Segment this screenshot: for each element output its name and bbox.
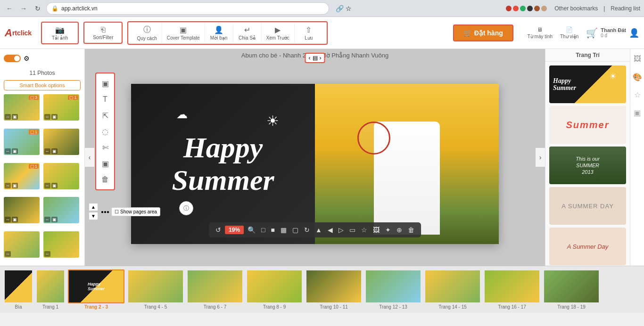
scissors-btn[interactable]: ✄ bbox=[98, 140, 112, 155]
image-btn[interactable]: 🖼 bbox=[371, 225, 381, 235]
template-item-3[interactable]: This is ourSUMMER2013 bbox=[549, 147, 626, 184]
order-button[interactable]: 🛒 Đặt hàng bbox=[453, 24, 513, 41]
tool-4[interactable]: ▢ bbox=[290, 225, 300, 235]
grid-layout-btn[interactable]: ▣ bbox=[98, 76, 112, 90]
template-item-5[interactable]: A Summer Day bbox=[549, 228, 626, 265]
reading-list-link[interactable]: Reading list bbox=[611, 5, 640, 12]
page-trang4-5[interactable]: Trang 4 - 5 bbox=[127, 269, 184, 310]
flip-v-btn[interactable]: ▲ bbox=[314, 225, 324, 235]
trang16-17-thumb bbox=[484, 269, 540, 303]
page-down-btn[interactable]: ▼ bbox=[89, 212, 98, 220]
page-up-btn[interactable]: ▲ bbox=[89, 203, 98, 211]
toggle-switch[interactable] bbox=[4, 55, 21, 62]
template-item-1[interactable]: HappySummer ☀ bbox=[549, 65, 626, 103]
smart-book-button[interactable]: Smart Book options bbox=[4, 80, 81, 90]
page-trang1[interactable]: Trang 1 bbox=[36, 269, 65, 310]
photo-thumb-9[interactable]: ↔ bbox=[4, 231, 40, 258]
refresh-button[interactable]: ↻ bbox=[32, 3, 43, 14]
photo-thumb-7[interactable]: ↔ ▣ bbox=[4, 197, 40, 223]
luu-button[interactable]: ⇧ Lưu bbox=[295, 24, 323, 42]
logo[interactable]: A rtclick bbox=[5, 27, 32, 39]
page-bia[interactable]: Bìa bbox=[4, 269, 33, 310]
template-item-2[interactable]: Summer bbox=[549, 106, 626, 144]
user-area[interactable]: 🛒 Thanh Đát 0 đ 👤 bbox=[586, 27, 639, 39]
page-trang8-9[interactable]: Trang 8 - 9 bbox=[246, 269, 303, 310]
quy-cach-button[interactable]: ⓘ Quy cách bbox=[132, 23, 162, 43]
tool-1[interactable]: □ bbox=[259, 225, 267, 235]
trash-btn[interactable]: 🗑 bbox=[406, 225, 416, 235]
page-trang16-17[interactable]: Trang 16 - 17 bbox=[484, 269, 540, 310]
page-trang14-15[interactable]: Trang 14 - 15 bbox=[424, 269, 481, 310]
canvas-nav-right[interactable]: › bbox=[536, 148, 545, 167]
template-item-4[interactable]: A SUMMER DAY bbox=[549, 187, 626, 225]
star-btn[interactable]: ☆ bbox=[359, 225, 369, 235]
photo-thumb-4[interactable]: ↔ ▣ bbox=[43, 129, 79, 155]
forward-button[interactable]: → bbox=[18, 3, 29, 14]
upload-button[interactable]: 📷 Tải ảnh bbox=[46, 24, 74, 42]
photo-thumb-3[interactable]: ▢1 ↔ ▣ bbox=[4, 129, 40, 155]
flip-h-btn[interactable]: ◀ bbox=[326, 225, 335, 235]
cloud-decoration: ☁ bbox=[176, 108, 188, 121]
text-btn[interactable]: T bbox=[98, 92, 112, 106]
photo-thumb-6[interactable]: ↔ ▣ bbox=[43, 163, 79, 189]
page-trang18-19[interactable]: Trang 18 - 19 bbox=[543, 269, 600, 310]
template-4-label: A SUMMER DAY bbox=[561, 203, 614, 210]
tool-2[interactable]: ■ bbox=[269, 225, 277, 235]
other-bookmarks-link[interactable]: Other bookmarks bbox=[554, 5, 598, 12]
page-trang10-11[interactable]: Trang 10 - 11 bbox=[305, 269, 362, 310]
cover-template-button[interactable]: ▣ Cover Template bbox=[162, 24, 205, 42]
effects-btn[interactable]: ✦ bbox=[383, 225, 393, 235]
copy-btn[interactable]: ▣ bbox=[98, 156, 112, 171]
upload-icon: 📷 bbox=[55, 25, 65, 34]
info-button[interactable]: ⓘ bbox=[179, 201, 193, 215]
page-toggle-btn[interactable]: ‹ ▤ › bbox=[305, 53, 325, 63]
photo-thumb-1[interactable]: ▢3 ↔ ▣ bbox=[4, 94, 40, 121]
photo-thumb-5[interactable]: ▢1 ↔ ▣ bbox=[4, 163, 40, 189]
xem-truoc-button[interactable]: ▶ Xem Trước bbox=[262, 24, 295, 42]
photo-icons-4: ↔ ▣ bbox=[44, 148, 58, 154]
sort-group[interactable]: ⎗ Sort/Filter bbox=[83, 22, 123, 44]
address-bar[interactable]: 🔒 app.artclick.vn bbox=[46, 2, 329, 15]
photo-thumb-2[interactable]: ▢1 ↔ ▣ bbox=[43, 94, 79, 121]
photo-thumb-8[interactable]: ↔ ▣ bbox=[43, 197, 79, 223]
photo-thumb-10[interactable]: ↔ bbox=[43, 231, 79, 258]
trang10-11-img bbox=[306, 270, 361, 302]
add-btn[interactable]: ⊕ bbox=[395, 225, 404, 235]
resize-btn[interactable]: ⇱ bbox=[98, 108, 112, 122]
moi-ban-button[interactable]: 👤 Mời bạn bbox=[205, 24, 233, 42]
canvas-nav-left[interactable]: ‹ bbox=[85, 148, 94, 167]
bottom-toolbar: ↺ 19% 🔍 □ ■ ▦ ▢ ↻ ▲ ◀ ▷ ▭ ☆ 🖼 ✦ ⊕ 🗑 bbox=[209, 222, 421, 237]
star-strip-btn[interactable]: ☆ bbox=[631, 89, 644, 101]
page-trang2-3[interactable]: HappySummer Trang 2 - 3 bbox=[68, 269, 124, 310]
tool-5[interactable]: ▷ bbox=[337, 225, 346, 235]
share-icon[interactable]: 🔗 bbox=[336, 5, 344, 12]
tu-may-tinh-btn[interactable]: 🖥 Từ máy tính bbox=[528, 26, 553, 39]
tool-3[interactable]: ▦ bbox=[279, 225, 289, 235]
settings-icon[interactable]: ⚙ bbox=[24, 55, 30, 62]
rotate-btn[interactable]: ↻ bbox=[302, 225, 312, 235]
show-pages-button[interactable]: ☐ Show pages area bbox=[111, 207, 160, 216]
upload-group[interactable]: 📷 Tải ảnh bbox=[41, 22, 79, 44]
chrome-theme-colors bbox=[506, 6, 547, 11]
undo-btn[interactable]: ↺ bbox=[214, 225, 223, 235]
photo-icons-7: ↔ ▣ bbox=[5, 217, 18, 222]
chia-se-button[interactable]: ↵ Chia Sẻ bbox=[233, 24, 262, 42]
palette-strip-btn[interactable]: 🎨 bbox=[631, 71, 644, 83]
thu-vien-btn[interactable]: 📄 Thư viện bbox=[560, 26, 578, 39]
page-trang12-13[interactable]: Trang 12 - 13 bbox=[365, 269, 421, 310]
sort-button[interactable]: ⎗ Sort/Filter bbox=[88, 24, 118, 42]
bookmark-star-icon[interactable]: ☆ bbox=[346, 5, 352, 12]
image-strip-btn[interactable]: 🖼 bbox=[631, 53, 644, 65]
right-page[interactable] bbox=[315, 84, 499, 244]
delete-btn[interactable]: 🗑 bbox=[98, 172, 112, 187]
zoom-in-btn[interactable]: 🔍 bbox=[246, 225, 257, 235]
trang4-5-img bbox=[128, 270, 183, 302]
rect-btn[interactable]: ▭ bbox=[347, 225, 357, 235]
left-panel-header: ⚙ bbox=[0, 49, 84, 68]
page-trang6-7[interactable]: Trang 6 - 7 bbox=[187, 269, 243, 310]
back-button[interactable]: ← bbox=[4, 3, 15, 14]
trang4-5-thumb bbox=[127, 269, 184, 303]
grid-strip-btn[interactable]: ▣ bbox=[631, 106, 644, 119]
chevron-right-icon: › bbox=[320, 55, 322, 61]
3d-btn[interactable]: ◌ bbox=[98, 124, 112, 139]
